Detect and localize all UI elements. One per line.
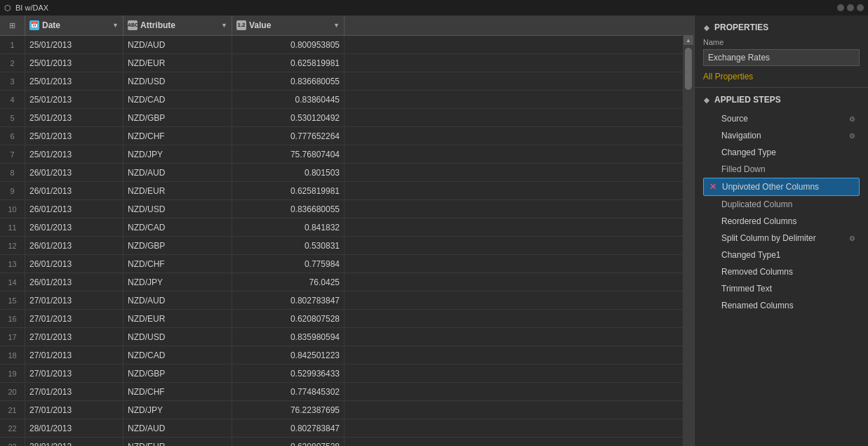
- val-type-icon: 1.2: [236, 20, 246, 30]
- table-row: 4 25/01/2013 NZD/CAD 0.83860445: [0, 91, 694, 109]
- row-num-cell: 18: [0, 346, 25, 364]
- row-num-cell: 5: [0, 109, 25, 126]
- attribute-cell: NZD/CHF: [123, 383, 232, 400]
- properties-toggle-icon[interactable]: ◆: [703, 24, 710, 31]
- step-item-duplicated-column[interactable]: Duplicated Column: [703, 196, 860, 213]
- row-num-cell: 8: [0, 164, 25, 181]
- step-icon: [707, 250, 717, 260]
- name-input[interactable]: [703, 49, 860, 66]
- step-label: Removed Columns: [721, 267, 855, 277]
- date-column-header[interactable]: 📅 Date ▼: [25, 15, 123, 35]
- value-cell: 0.801503: [232, 164, 345, 181]
- row-num-cell: 20: [0, 383, 25, 400]
- step-item-source[interactable]: Source ⚙: [703, 110, 860, 127]
- value-cell: 0.842501223: [232, 346, 345, 364]
- step-item-trimmed-text[interactable]: Trimmed Text: [703, 280, 860, 297]
- date-col-dropdown-icon[interactable]: ▼: [112, 22, 119, 29]
- name-label: Name: [703, 38, 860, 46]
- right-panel: ◆ PROPERTIES Name All Properties ◆ APPLI…: [694, 15, 868, 446]
- table-row: 14 26/01/2013 NZD/JPY 76.0425: [0, 273, 694, 291]
- table-row: 16 27/01/2013 NZD/EUR 0.620807528: [0, 310, 694, 328]
- scroll-up-arrow[interactable]: ▲: [683, 35, 693, 45]
- value-cell: 0.530831: [232, 237, 345, 254]
- steps-list: Source ⚙ Navigation ⚙ Changed Type Fille…: [703, 110, 860, 440]
- date-cell: 28/01/2013: [25, 419, 123, 437]
- main-content: ⊞ 📅 Date ▼ ABC Attribute ▼ 1.2 Value ▼ 1…: [0, 15, 868, 446]
- step-item-unpivoted-other-columns[interactable]: ✕ Unpivoted Other Columns: [703, 178, 860, 196]
- step-item-changed-type1[interactable]: Changed Type1: [703, 247, 860, 263]
- date-cell: 26/01/2013: [25, 182, 123, 199]
- step-item-filled-down[interactable]: Filled Down: [703, 161, 860, 178]
- row-num-cell: 22: [0, 419, 25, 437]
- row-num-cell: 23: [0, 438, 25, 446]
- val-col-dropdown-icon[interactable]: ▼: [333, 22, 340, 29]
- step-icon: [707, 164, 717, 174]
- settings-icon[interactable]: ⚙: [849, 115, 855, 123]
- step-item-navigation[interactable]: Navigation ⚙: [703, 127, 860, 144]
- step-icon: [707, 216, 717, 226]
- attribute-cell: NZD/JPY: [123, 401, 232, 419]
- table-row: 7 25/01/2013 NZD/JPY 75.76807404: [0, 145, 694, 164]
- attr-type-icon: ABC: [128, 20, 138, 30]
- attribute-cell: NZD/GBP: [123, 109, 232, 126]
- step-item-renamed-columns[interactable]: Renamed Columns: [703, 297, 860, 314]
- date-cell: 27/01/2013: [25, 401, 123, 419]
- applied-steps-toggle-icon[interactable]: ◆: [703, 96, 710, 103]
- date-cell: 25/01/2013: [25, 54, 123, 72]
- step-icon: [707, 233, 717, 243]
- settings-icon[interactable]: ⚙: [849, 132, 855, 140]
- step-item-split-column[interactable]: Split Column by Delimiter ⚙: [703, 230, 860, 247]
- date-cell: 26/01/2013: [25, 218, 123, 236]
- attribute-cell: NZD/GBP: [123, 365, 232, 382]
- attr-col-dropdown-icon[interactable]: ▼: [221, 22, 227, 29]
- app-title: BI w/DAX: [15, 4, 48, 12]
- app-icon: ⬡: [4, 4, 11, 13]
- table-row: 21 27/01/2013 NZD/JPY 76.22387695: [0, 401, 694, 419]
- scroll-thumb[interactable]: [685, 48, 692, 90]
- value-cell: 0.529936433: [232, 365, 345, 382]
- table-row: 8 26/01/2013 NZD/AUD 0.801503: [0, 164, 694, 182]
- date-cell: 27/01/2013: [25, 365, 123, 382]
- properties-section: ◆ PROPERTIES Name All Properties: [695, 15, 868, 88]
- value-column-header[interactable]: 1.2 Value ▼: [232, 15, 345, 35]
- error-icon: ✕: [708, 182, 718, 192]
- value-cell: 0.625819981: [232, 54, 345, 72]
- settings-icon[interactable]: ⚙: [849, 235, 855, 242]
- step-item-changed-type[interactable]: Changed Type: [703, 144, 860, 161]
- table-area: ⊞ 📅 Date ▼ ABC Attribute ▼ 1.2 Value ▼ 1…: [0, 15, 694, 446]
- table-row: 13 26/01/2013 NZD/CHF 0.775984: [0, 255, 694, 273]
- step-icon: [707, 267, 717, 277]
- step-label: Source: [721, 114, 849, 124]
- value-cell: 0.835980594: [232, 328, 345, 346]
- attribute-cell: NZD/CHF: [123, 255, 232, 273]
- row-num-cell: 7: [0, 145, 25, 163]
- value-cell: 0.802783847: [232, 419, 345, 437]
- table-row: 9 26/01/2013 NZD/EUR 0.625819981: [0, 182, 694, 200]
- scrollbar[interactable]: ▲: [683, 35, 694, 446]
- attribute-column-header[interactable]: ABC Attribute ▼: [123, 15, 232, 35]
- step-item-removed-columns[interactable]: Removed Columns: [703, 263, 860, 280]
- step-label: Filled Down: [721, 164, 855, 174]
- step-label: Renamed Columns: [721, 301, 855, 310]
- applied-steps-header: ◆ APPLIED STEPS: [703, 95, 860, 105]
- value-cell: 0.841832: [232, 218, 345, 236]
- table-row: 10 26/01/2013 NZD/USD 0.836680055: [0, 200, 694, 218]
- top-bar: ⬡ BI w/DAX: [0, 0, 868, 15]
- row-num-cell: 9: [0, 182, 25, 199]
- step-label: Split Column by Delimiter: [721, 233, 849, 243]
- attribute-cell: NZD/AUD: [123, 291, 232, 309]
- attribute-cell: NZD/USD: [123, 72, 232, 90]
- table-icon: ⊞: [9, 21, 15, 30]
- row-num-cell: 17: [0, 328, 25, 346]
- date-cell: 26/01/2013: [25, 273, 123, 291]
- all-properties-link[interactable]: All Properties: [703, 72, 860, 81]
- applied-steps-section: ◆ APPLIED STEPS Source ⚙ Navigation ⚙ Ch…: [695, 88, 868, 446]
- date-cell: 26/01/2013: [25, 255, 123, 273]
- step-item-reordered-columns[interactable]: Reordered Columns: [703, 213, 860, 230]
- top-bar-controls: [837, 4, 864, 11]
- table-row: 11 26/01/2013 NZD/CAD 0.841832: [0, 218, 694, 237]
- value-cell: 0.625819981: [232, 182, 345, 199]
- properties-title: PROPERTIES: [714, 22, 768, 32]
- step-label: Reordered Columns: [721, 216, 855, 226]
- top-bar-brand: ⬡ BI w/DAX: [4, 4, 48, 13]
